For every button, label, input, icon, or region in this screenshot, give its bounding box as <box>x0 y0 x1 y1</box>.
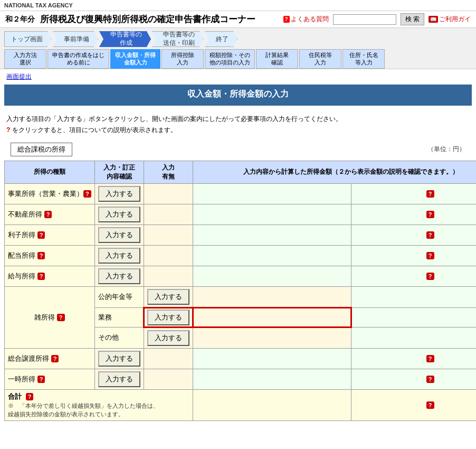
main-table-wrap: 所得の種類 入力・訂正 内容確認 入力 有無 入力内容から計算した所得金額（２か… <box>4 161 472 421</box>
amount-sonota <box>351 327 476 348</box>
q-badge-ichiji[interactable]: ? <box>37 376 45 383</box>
q-badge-fudosan[interactable]: ? <box>44 211 52 218</box>
amount-gyomu <box>351 307 476 327</box>
agency-logo: NATIONAL TAX AGENCY <box>4 2 73 8</box>
q-cell-ichiji: ? <box>351 369 476 389</box>
q-badge2-haito[interactable]: ? <box>426 252 434 259</box>
input-btn-koeki[interactable]: 入力する <box>147 289 189 305</box>
header: NATIONAL TAX AGENCY <box>0 0 476 11</box>
table-row: 不動産所得 ? 入力する ? <box>5 204 477 224</box>
header-right: ? よくある質問 検 索 📖 ご利用ガイ <box>283 13 471 25</box>
substep-address[interactable]: 住所・氏名等入力 <box>342 49 385 69</box>
q-badge-jigyo[interactable]: ? <box>83 190 91 198</box>
q-badge-haito[interactable]: ? <box>37 252 45 259</box>
search-input[interactable] <box>333 14 396 25</box>
misc-income-label: 雑所得 ? <box>5 286 95 348</box>
table-row: 総合譲渡所得 ? 入力する ? <box>5 348 477 369</box>
income-table: 所得の種類 入力・訂正 内容確認 入力 有無 入力内容から計算した所得金額（２か… <box>4 161 476 421</box>
substep-tax-deduction[interactable]: 税額控除・その他の項目の入力 <box>205 49 255 69</box>
input-btn-sogo[interactable]: 入力する <box>98 351 140 367</box>
substep-before-start[interactable]: 申告書の作成をはじめる前に <box>47 49 109 69</box>
table-row: 事業所得（営業・農業）? 入力する ? <box>5 183 477 204</box>
misc-sublabel-sonota: その他 <box>94 327 144 348</box>
guide-link[interactable]: 📖 ご利用ガイ <box>429 15 471 24</box>
q-badge-rishi[interactable]: ? <box>37 231 45 239</box>
input-btn-cell-rishi: 入力する <box>94 224 144 245</box>
col-header-inputcheck: 入力・訂正 内容確認 <box>94 161 144 183</box>
step-create[interactable]: 申告書等の作成 <box>99 31 151 47</box>
misc-sublabel-koeki: 公的年金等 <box>94 286 144 307</box>
input-btn-cell-fudosan: 入力する <box>94 204 144 224</box>
input-btn-fudosan[interactable]: 入力する <box>98 207 140 222</box>
input-btn-rishi[interactable]: 入力する <box>98 227 140 243</box>
breadcrumb: 画面提出 <box>0 69 476 85</box>
q-badge2-ichiji[interactable]: ? <box>426 376 434 383</box>
faq-link[interactable]: ? よくある質問 <box>283 15 329 24</box>
misc-income-row-koeki: 雑所得 ? 公的年金等 入力する ? <box>5 286 477 307</box>
hasinput-ichiji <box>144 369 193 389</box>
faq-label: よくある質問 <box>291 15 329 24</box>
income-type-ichiji: 一時所得 ? <box>5 369 95 389</box>
hasinput-rishi <box>144 224 193 245</box>
q-cell-haito: ? <box>351 245 476 266</box>
q-badge2-fudosan[interactable]: ? <box>426 211 434 218</box>
faq-icon: ? <box>283 16 290 23</box>
step-prepare[interactable]: 事前準備 <box>53 31 98 47</box>
q-badge-sum[interactable]: ? <box>26 393 34 400</box>
q-cell-jigyo: ? <box>351 183 476 204</box>
search-button[interactable]: 検 索 <box>401 13 424 25</box>
input-btn-jigyo[interactable]: 入力する <box>98 186 140 202</box>
input-btn-cell-ichiji: 入力する <box>94 369 144 389</box>
col-header-hasinput: 入力 有無 <box>144 161 193 183</box>
input-btn-gyomu[interactable]: 入力する <box>147 310 189 325</box>
section-label: 総合課税の所得 <box>11 143 72 156</box>
step-top[interactable]: トップ画面 <box>4 31 52 47</box>
table-row: 利子所得 ? 入力する ? <box>5 224 477 245</box>
q-cell-kyuyo: ? <box>351 266 476 286</box>
q-badge2-kyuyo[interactable]: ? <box>426 273 434 280</box>
substep-income-input[interactable]: 収入金額・所得金額入力 <box>110 49 160 69</box>
unit-text: （単位：円） <box>427 145 465 154</box>
substep-resident-tax[interactable]: 住民税等入力 <box>299 49 341 69</box>
description-line1: 入力する項目の「入力する」ボタンをクリックし、開いた画面の案内にしたがって必要事… <box>6 114 470 124</box>
input-btn-cell-jigyo: 入力する <box>94 183 144 204</box>
sum-row: 合計 ? ※ 「本年分で差し引く繰越損失額」を入力した場合は、 繰越損失控除後の… <box>5 389 477 420</box>
input-btn-haito[interactable]: 入力する <box>98 248 140 264</box>
input-btn-kyuyo[interactable]: 入力する <box>98 268 140 284</box>
table-row: 給与所得 ? 入力する ? <box>5 266 477 286</box>
hasinput-fudosan <box>144 204 193 224</box>
income-type-kyuyo: 給与所得 ? <box>5 266 95 286</box>
substep-deduction[interactable]: 所得控除入力 <box>161 49 204 69</box>
amount-rishi <box>193 224 351 245</box>
main-title: 所得税及び復興特別所得税の確定申告書作成コーナー <box>40 13 278 25</box>
hasinput-jigyo <box>144 183 193 204</box>
income-type-fudosan: 不動産所得 ? <box>5 204 95 224</box>
q-badge2-jigyo[interactable]: ? <box>426 190 434 198</box>
q-badge-sogo[interactable]: ? <box>51 355 59 362</box>
input-btn-ichiji[interactable]: 入力する <box>98 371 140 387</box>
col-header-type: 所得の種類 <box>5 161 95 183</box>
guide-label: ご利用ガイ <box>439 15 471 24</box>
q-badge2-sum[interactable]: ? <box>426 401 434 409</box>
substep-calc-result[interactable]: 計算結果確認 <box>256 49 298 69</box>
step-navigation: トップ画面 事前準備 申告書等の作成 申告書等の送信・印刷 終了 入力方法選択 … <box>0 28 476 69</box>
step-row1: トップ画面 事前準備 申告書等の作成 申告書等の送信・印刷 終了 <box>4 31 472 47</box>
hasinput-gyomu <box>193 307 351 327</box>
sum-amount <box>193 389 351 420</box>
col-header-amount: 入力内容から計算した所得金額（２から表示金額の説明を確認できます。） <box>193 161 476 183</box>
q-badge-kyuyo[interactable]: ? <box>37 273 45 280</box>
step-send[interactable]: 申告書等の送信・印刷 <box>152 31 204 47</box>
sum-label: 合計 <box>8 392 22 400</box>
substep-input-method[interactable]: 入力方法選択 <box>4 49 46 69</box>
sum-note: ※ 「本年分で差し引く繰越損失額」を入力した場合は、 繰越損失控除後の金額が表示… <box>8 403 159 417</box>
section-header: 総合課税の所得 （単位：円） <box>4 141 472 158</box>
breadcrumb-link[interactable]: 画面提出 <box>6 73 32 80</box>
income-type-haito: 配当所得 ? <box>5 245 95 266</box>
q-badge2-rishi[interactable]: ? <box>426 231 434 239</box>
q-badge-zasso[interactable]: ? <box>57 314 65 321</box>
input-btn-cell-haito: 入力する <box>94 245 144 266</box>
input-btn-sonota[interactable]: 入力する <box>147 330 189 346</box>
hasinput-haito <box>144 245 193 266</box>
q-badge2-sogo[interactable]: ? <box>426 355 434 362</box>
step-end[interactable]: 終了 <box>205 31 237 47</box>
